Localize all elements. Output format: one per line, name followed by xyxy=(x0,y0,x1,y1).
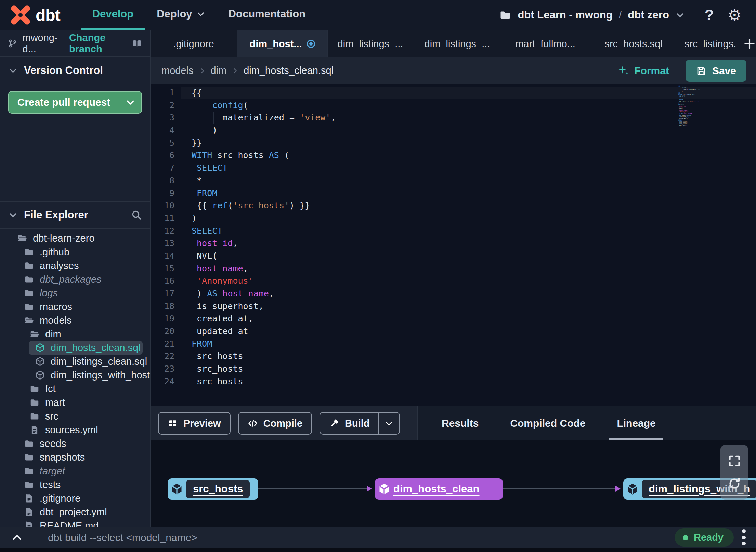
code-line-21[interactable]: 21FROM xyxy=(151,338,756,350)
code-line-1[interactable]: 1{{ xyxy=(151,87,756,99)
tree-item-target[interactable]: target xyxy=(0,464,150,478)
code-line-18[interactable]: 18 is_superhost, xyxy=(151,300,756,313)
file-tab-dim-listings-[interactable]: dim_listings_... xyxy=(328,30,413,57)
help-icon[interactable]: ? xyxy=(705,7,714,24)
code-line-11[interactable]: 11) xyxy=(151,212,756,225)
tree-item-label: dbt_packages xyxy=(40,274,102,285)
tree-item-tests[interactable]: tests xyxy=(0,478,150,491)
create-pull-request-label: Create pull request xyxy=(9,92,119,113)
nav-item-deploy[interactable]: Deploy xyxy=(145,0,217,30)
code-editor[interactable]: 1{{2 config(3 materialized = 'view',4 )5… xyxy=(151,84,756,406)
code-line-22[interactable]: 22 src_hosts xyxy=(151,350,756,363)
panel-tab-compiled-code[interactable]: Compiled Code xyxy=(510,406,585,440)
code-line-15[interactable]: 15 host_name, xyxy=(151,262,756,275)
new-tab-button[interactable] xyxy=(743,30,756,57)
file-tab-src-listings-[interactable]: src_listings. xyxy=(678,30,743,57)
panel-tab-lineage[interactable]: Lineage xyxy=(617,406,655,440)
cli-panel-toggle[interactable] xyxy=(0,527,34,548)
change-branch-link[interactable]: Change branch xyxy=(69,32,127,55)
nav-item-documentation[interactable]: Documentation xyxy=(217,0,317,30)
lineage-canvas[interactable]: src_hostsdim_hosts_cleandim_listings_wit… xyxy=(151,440,756,527)
tree-item-src[interactable]: src xyxy=(0,409,150,423)
code-line-23[interactable]: 23 src_hosts xyxy=(151,363,756,375)
code-line-9[interactable]: 9 FROM xyxy=(151,187,756,200)
build-dropdown[interactable] xyxy=(378,413,399,434)
editor-minimap[interactable]: {{ config( materialized = 'view', )}}WIT… xyxy=(678,85,700,126)
tree-item-macros[interactable]: macros xyxy=(0,300,150,313)
branch-name: mwong-d... xyxy=(23,32,62,55)
breadcrumb-segment[interactable]: dim xyxy=(211,65,227,76)
dbt-logo[interactable]: dbt xyxy=(0,0,81,30)
code-line-8[interactable]: 8 * xyxy=(151,175,756,187)
kebab-menu-icon[interactable] xyxy=(742,529,746,545)
pull-request-dropdown[interactable] xyxy=(119,92,141,113)
file-tab-src-hosts-sql[interactable]: src_hosts.sql xyxy=(589,30,678,57)
tree-item-label: snapshots xyxy=(40,452,85,463)
code-line-12[interactable]: 12SELECT xyxy=(151,225,756,238)
code-line-2[interactable]: 2 config( xyxy=(151,99,756,112)
version-control-header[interactable]: Version Control xyxy=(0,57,150,84)
code-line-19[interactable]: 19 created_at, xyxy=(151,312,756,325)
tree-item-dbt-packages[interactable]: dbt_packages xyxy=(0,272,150,286)
code-line-20[interactable]: 20 updated_at xyxy=(151,325,756,338)
line-number: 1 xyxy=(151,87,181,99)
tree-item-fct[interactable]: fct xyxy=(0,382,150,396)
tree-item-mart[interactable]: mart xyxy=(0,396,150,409)
tree-item-dim-listings-with-hosts-[interactable]: dim_listings_with_hosts... xyxy=(0,368,150,382)
tree-item-logs[interactable]: logs xyxy=(0,286,150,300)
file-tab-dim-listings-[interactable]: dim_listings_... xyxy=(413,30,501,57)
tree-item-readme-md[interactable]: README.md xyxy=(0,519,150,527)
code-line-24[interactable]: 24 src_hosts xyxy=(151,375,756,388)
save-button[interactable]: Save xyxy=(686,60,746,82)
code-line-5[interactable]: 5}} xyxy=(151,137,756,150)
tree-item-label: sources.yml xyxy=(45,424,98,436)
breadcrumb-segment[interactable]: models xyxy=(161,65,194,76)
tree-item-dim-hosts-clean-sql[interactable]: dim_hosts_clean.sql xyxy=(29,341,143,355)
tree-item-snapshots[interactable]: snapshots xyxy=(0,450,150,464)
top-nav-right: dbt Learn - mwong / dbt zero ? ⚙ xyxy=(499,0,756,30)
code-line-17[interactable]: 17 ) AS host_name, xyxy=(151,287,756,300)
code-line-3[interactable]: 3 materialized = 'view', xyxy=(151,112,756,124)
create-pull-request-button[interactable]: Create pull request xyxy=(8,91,142,114)
breadcrumb-segment[interactable]: dim_hosts_clean.sql xyxy=(244,65,334,76)
fullscreen-icon[interactable] xyxy=(728,454,741,468)
code-line-13[interactable]: 13 host_id, xyxy=(151,237,756,250)
tree-item-dim-listings-clean-sql[interactable]: dim_listings_clean.sql xyxy=(0,355,150,368)
refresh-icon[interactable] xyxy=(728,477,741,490)
build-button[interactable]: Build xyxy=(320,412,400,435)
tree-item--github[interactable]: .github xyxy=(0,245,150,259)
line-number: 24 xyxy=(151,375,181,388)
code-line-16[interactable]: 16 'Anonymous' xyxy=(151,275,756,287)
format-button[interactable]: Format xyxy=(618,65,669,77)
tree-item-sources-yml[interactable]: sources.yml xyxy=(0,423,150,437)
nav-item-develop[interactable]: Develop xyxy=(81,0,145,30)
file-tab-mart-fullmo-[interactable]: mart_fullmo... xyxy=(501,30,589,57)
code-line-10[interactable]: 10 {{ ref('src_hosts') }} xyxy=(151,200,756,212)
file-tab-dim-host-[interactable]: dim_host... xyxy=(237,30,328,57)
code-line-7[interactable]: 7 SELECT xyxy=(151,162,756,175)
file-explorer-header[interactable]: File Explorer xyxy=(0,201,150,229)
preview-button[interactable]: Preview xyxy=(158,412,231,435)
gear-icon[interactable]: ⚙ xyxy=(728,6,742,24)
hammer-icon xyxy=(329,418,339,428)
project-selector[interactable]: dbt Learn - mwong / dbt zero xyxy=(499,9,685,21)
compile-button[interactable]: Compile xyxy=(238,412,312,435)
tree-item-dim[interactable]: dim xyxy=(0,327,150,341)
tree-item-dbt-learn-zero[interactable]: dbt-learn-zero xyxy=(0,231,150,245)
lineage-node-dim-hosts-clean[interactable]: dim_hosts_clean xyxy=(375,478,503,500)
code-line-4[interactable]: 4 ) xyxy=(151,124,756,137)
tree-item--gitignore[interactable]: .gitignore xyxy=(0,491,150,505)
tree-item-seeds[interactable]: seeds xyxy=(0,437,150,450)
lineage-node-src-hosts[interactable]: src_hosts xyxy=(168,478,258,500)
code-line-14[interactable]: 14 NVL( xyxy=(151,250,756,262)
search-icon[interactable] xyxy=(131,209,142,220)
panel-tab-results[interactable]: Results xyxy=(442,406,479,440)
cli-command-input[interactable]: dbt build --select <model_name> xyxy=(34,532,675,543)
tree-item-models[interactable]: models xyxy=(0,313,150,327)
docs-book-icon[interactable] xyxy=(132,37,142,50)
file-tab--gitignore[interactable]: .gitignore xyxy=(151,30,237,57)
tree-item-analyses[interactable]: analyses xyxy=(0,259,150,272)
tree-item-dbt-project-yml[interactable]: dbt_project.yml xyxy=(0,505,150,519)
code-line-6[interactable]: 6WITH src_hosts AS ( xyxy=(151,149,756,162)
main-nav: DevelopDeployDocumentation xyxy=(81,0,317,30)
